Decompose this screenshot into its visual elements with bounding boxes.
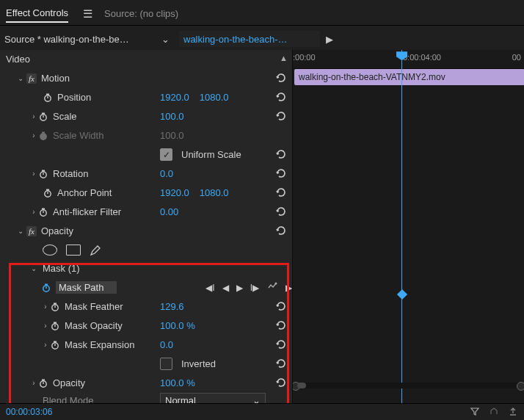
collapse-up-icon[interactable]: ▲ bbox=[280, 54, 288, 62]
stopwatch-scale-width bbox=[38, 131, 48, 141]
twirl-motion[interactable]: ⌄ bbox=[16, 74, 25, 82]
timeline-ruler[interactable]: :00:00 0:00:04:00 00 bbox=[293, 50, 524, 69]
reset-expansion[interactable] bbox=[274, 338, 288, 353]
keyframe-mask-path[interactable] bbox=[397, 289, 407, 300]
prop-mask-path[interactable]: Mask Path bbox=[56, 281, 117, 294]
tick-1: 0:00:04:00 bbox=[403, 53, 441, 62]
mask-tracking-icon[interactable] bbox=[266, 280, 278, 294]
stopwatch-opacity-val[interactable] bbox=[38, 378, 48, 388]
stopwatch-antiflicker[interactable] bbox=[38, 207, 48, 217]
checkbox-uniform-scale[interactable]: ✓ bbox=[160, 148, 172, 161]
reset-motion[interactable] bbox=[274, 71, 288, 87]
prop-rotation: Rotation bbox=[53, 168, 88, 179]
reset-uniform[interactable] bbox=[274, 148, 288, 163]
reset-antiflicker[interactable] bbox=[274, 205, 288, 220]
timeline-scrollbar[interactable] bbox=[293, 383, 524, 388]
video-header: Video bbox=[6, 54, 30, 65]
opacity-value[interactable]: 100.0 % bbox=[160, 377, 195, 388]
label-uniform-scale: Uniform Scale bbox=[181, 149, 241, 160]
svg-point-7 bbox=[275, 283, 277, 285]
blend-mode-dropdown[interactable]: Normal ⌄ bbox=[160, 393, 266, 403]
position-x[interactable]: 1920.0 bbox=[160, 92, 189, 103]
twirl-maskopacity[interactable]: › bbox=[41, 322, 50, 330]
twirl-rotation[interactable]: › bbox=[29, 170, 38, 178]
antiflicker-value[interactable]: 0.00 bbox=[160, 206, 178, 217]
blend-mode-value: Normal bbox=[165, 395, 196, 404]
prop-antiflicker: Anti-flicker Filter bbox=[53, 206, 121, 217]
filter-icon[interactable] bbox=[470, 406, 480, 419]
fx-badge-opacity[interactable]: fx bbox=[26, 226, 37, 236]
reset-rotation[interactable] bbox=[274, 167, 288, 182]
mask-ellipse-icon[interactable] bbox=[43, 245, 57, 256]
mask-title[interactable]: Mask (1) bbox=[43, 263, 80, 274]
twirl-opacity-val[interactable]: › bbox=[29, 379, 38, 387]
mask-expansion-value[interactable]: 0.0 bbox=[160, 339, 173, 350]
tab-effect-controls[interactable]: Effect Controls bbox=[6, 4, 68, 23]
prop-mask-expansion: Mask Expansion bbox=[65, 339, 134, 350]
scroll-thumb[interactable] bbox=[297, 383, 306, 388]
prop-opacity: Opacity bbox=[53, 377, 85, 388]
reset-mask-opacity[interactable] bbox=[274, 319, 288, 334]
stopwatch-anchor[interactable] bbox=[43, 188, 53, 198]
reset-opacity-fx[interactable] bbox=[274, 224, 288, 239]
reset-scale[interactable] bbox=[274, 109, 288, 125]
position-y[interactable]: 1080.0 bbox=[200, 92, 229, 103]
panel-menu-icon[interactable]: ☰ bbox=[80, 7, 92, 21]
kf-prev-icon[interactable]: ◀I bbox=[205, 283, 214, 293]
twirl-scale[interactable]: › bbox=[29, 112, 38, 120]
source-dropdown-chevron-icon[interactable]: ⌄ bbox=[156, 31, 175, 47]
twirl-mask[interactable]: ⌄ bbox=[29, 264, 38, 272]
stopwatch-maskpath[interactable] bbox=[41, 283, 51, 293]
play-only-icon[interactable]: ▶ bbox=[324, 34, 335, 45]
playhead[interactable] bbox=[401, 50, 402, 403]
twirl-expansion[interactable]: › bbox=[41, 341, 50, 349]
kf-play-fwd-icon[interactable]: ▶ bbox=[236, 283, 243, 293]
prop-mask-feather: Mask Feather bbox=[65, 301, 123, 312]
reset-anchor[interactable] bbox=[274, 186, 288, 201]
scroll-zoom-right[interactable] bbox=[517, 382, 524, 391]
anchor-y[interactable]: 1080.0 bbox=[200, 187, 229, 198]
mask-track-fwd-icon[interactable]: ▶ bbox=[285, 283, 292, 293]
reset-feather[interactable] bbox=[274, 300, 288, 315]
stopwatch-expansion[interactable] bbox=[50, 340, 60, 350]
mask-feather-value[interactable]: 129.6 bbox=[160, 301, 184, 312]
export-icon[interactable] bbox=[508, 406, 518, 419]
twirl-antiflicker[interactable]: › bbox=[29, 208, 38, 216]
tick-2: 00 bbox=[512, 53, 521, 62]
prop-scale: Scale bbox=[53, 111, 77, 122]
reset-opacity-val[interactable] bbox=[274, 376, 288, 391]
twirl-feather[interactable]: › bbox=[41, 303, 50, 311]
effect-motion[interactable]: Motion bbox=[41, 73, 70, 84]
stopwatch-position[interactable] bbox=[43, 93, 53, 103]
mask-opacity-value[interactable]: 100.0 % bbox=[160, 320, 195, 331]
mask-pen-icon[interactable] bbox=[90, 245, 101, 256]
stopwatch-rotation[interactable] bbox=[38, 169, 48, 179]
reset-position[interactable] bbox=[274, 90, 288, 106]
tab-source[interactable]: Source: (no clips) bbox=[104, 5, 178, 22]
stopwatch-scale[interactable] bbox=[38, 112, 48, 122]
scale-width-value: 100.0 bbox=[160, 130, 184, 141]
rotation-value[interactable]: 0.0 bbox=[160, 168, 173, 179]
scale-value[interactable]: 100.0 bbox=[160, 111, 184, 122]
prop-anchor: Anchor Point bbox=[57, 187, 112, 198]
tick-0: :00:00 bbox=[293, 53, 316, 62]
reset-inverted[interactable] bbox=[274, 357, 288, 372]
anchor-x[interactable]: 1920.0 bbox=[160, 187, 189, 198]
stopwatch-feather[interactable] bbox=[50, 302, 60, 312]
fx-badge-motion[interactable]: fx bbox=[26, 73, 37, 84]
twirl-opacity[interactable]: ⌄ bbox=[16, 227, 25, 235]
prop-position: Position bbox=[57, 92, 91, 103]
prop-blend-mode: Blend Mode bbox=[43, 395, 93, 404]
sequence-dropdown[interactable]: walking-on-the-beach-… bbox=[179, 31, 320, 47]
kf-next-icon[interactable]: I▶ bbox=[250, 283, 259, 293]
effect-opacity[interactable]: Opacity bbox=[41, 225, 73, 236]
kf-play-back-icon[interactable]: ◀ bbox=[222, 283, 229, 293]
mask-rect-icon[interactable] bbox=[66, 245, 81, 256]
timeline-area[interactable]: :00:00 0:00:04:00 00 walking-on-the-beac… bbox=[293, 50, 524, 403]
prop-scale-width: Scale Width bbox=[53, 130, 103, 141]
show-only-icon[interactable] bbox=[489, 406, 499, 419]
stopwatch-maskopacity[interactable] bbox=[50, 321, 60, 331]
checkbox-inverted[interactable] bbox=[160, 358, 172, 370]
timecode[interactable]: 00:00:03:06 bbox=[6, 407, 52, 417]
timeline-clip[interactable]: walking-on-the-beach-VATNMY2.mov bbox=[294, 69, 524, 85]
